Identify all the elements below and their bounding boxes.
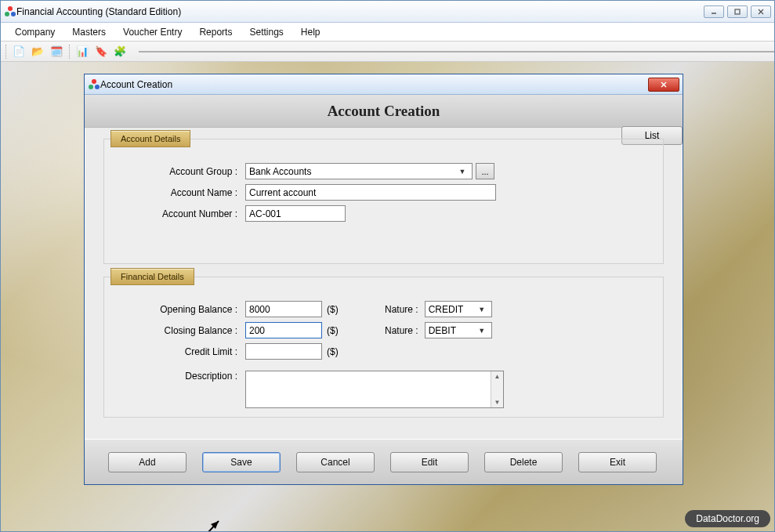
credit-limit-input[interactable]	[245, 343, 322, 360]
label-account-name: Account Name :	[120, 187, 245, 198]
currency-suffix-3: ($)	[327, 346, 339, 357]
svg-line-12	[198, 521, 219, 531]
close-button[interactable]	[751, 5, 771, 18]
add-button[interactable]: Add	[108, 452, 187, 472]
nature-closing-value: DEBIT	[429, 325, 456, 336]
menu-masters[interactable]: Masters	[72, 27, 106, 38]
menu-help[interactable]: Help	[301, 27, 321, 38]
textarea-scrollbar[interactable]: ▲▼	[491, 371, 503, 407]
account-creation-dialog: Account Creation Account Creation List A…	[84, 74, 683, 485]
label-description: Description :	[120, 371, 245, 382]
dialog-icon	[88, 78, 100, 91]
dialog-title: Account Creation	[100, 79, 172, 90]
toolbar: 📄 📂 🗓️ 📊 🔖 🧩	[1, 42, 774, 62]
dialog-header: Account Creation	[85, 95, 683, 128]
label-opening-balance: Opening Balance :	[120, 304, 245, 315]
svg-marker-13	[211, 521, 219, 529]
opening-balance-input[interactable]	[245, 301, 322, 317]
closing-balance-input[interactable]	[245, 322, 322, 338]
nature-closing-select[interactable]: DEBIT ▼	[425, 322, 492, 338]
svg-rect-4	[735, 9, 740, 14]
label-account-number: Account Number :	[120, 208, 245, 219]
svg-point-1	[5, 12, 9, 16]
app-icon	[4, 5, 16, 18]
label-closing-balance: Closing Balance :	[120, 325, 245, 336]
svg-point-2	[11, 12, 16, 16]
svg-point-9	[95, 85, 100, 89]
financial-details-fieldset: Financial Details Opening Balance : ($) …	[103, 277, 664, 418]
chevron-down-icon: ▼	[476, 327, 488, 335]
nature-opening-select[interactable]: CREDIT ▼	[425, 301, 492, 317]
menubar: Company Masters Voucher Entry Reports Se…	[1, 23, 774, 42]
watermark-badge: DataDoctor.org	[685, 510, 770, 527]
toolbar-new-icon[interactable]: 📄	[11, 44, 27, 60]
toolbar-options-icon[interactable]: 🧩	[112, 44, 128, 60]
toolbar-open-icon[interactable]: 📂	[30, 44, 45, 60]
menu-company[interactable]: Company	[15, 27, 55, 38]
currency-suffix-2: ($)	[327, 325, 339, 336]
menu-reports[interactable]: Reports	[199, 27, 232, 38]
label-credit-limit: Credit Limit :	[120, 346, 245, 357]
account-details-legend: Account Details	[110, 130, 190, 147]
main-titlebar[interactable]: Financial Accounting (Standard Edition)	[1, 1, 774, 23]
dialog-footer: Add Save Cancel Edit Delete Exit	[85, 439, 683, 484]
label-nature-1: Nature :	[370, 304, 425, 315]
currency-suffix-1: ($)	[327, 304, 339, 315]
description-textarea[interactable]: ▲▼	[245, 371, 504, 408]
account-group-select[interactable]: Bank Accounts ▼	[245, 163, 473, 179]
minimize-button[interactable]	[704, 5, 724, 18]
delete-button[interactable]: Delete	[484, 452, 563, 472]
window-title: Financial Accounting (Standard Edition)	[16, 6, 181, 17]
chevron-down-icon: ▼	[476, 306, 488, 313]
save-button[interactable]: Save	[202, 452, 281, 472]
exit-button[interactable]: Exit	[578, 452, 657, 472]
nature-opening-value: CREDIT	[429, 304, 464, 315]
svg-point-0	[8, 6, 13, 11]
account-group-browse-button[interactable]: ...	[476, 163, 494, 179]
menu-settings[interactable]: Settings	[249, 27, 283, 38]
financial-details-legend: Financial Details	[110, 268, 194, 285]
main-window: Financial Accounting (Standard Edition) …	[0, 0, 775, 532]
edit-button[interactable]: Edit	[390, 452, 469, 472]
account-name-input[interactable]	[245, 184, 496, 201]
svg-point-7	[92, 79, 96, 84]
maximize-button[interactable]	[727, 5, 748, 18]
svg-point-8	[89, 85, 93, 89]
label-account-group: Account Group :	[120, 166, 245, 177]
chevron-down-icon: ▼	[456, 168, 469, 176]
account-details-fieldset: Account Details Account Group : Bank Acc…	[103, 139, 664, 264]
annotation-arrow-icon	[195, 516, 225, 531]
account-number-input[interactable]	[245, 205, 346, 222]
label-nature-2: Nature :	[370, 325, 425, 336]
cancel-button[interactable]: Cancel	[296, 452, 375, 472]
toolbar-tag-icon[interactable]: 🔖	[93, 44, 109, 60]
dialog-body: List Account Details Account Group : Ban…	[85, 128, 683, 439]
mdi-workspace: Account Creation Account Creation List A…	[1, 62, 774, 531]
dialog-titlebar[interactable]: Account Creation	[85, 74, 683, 95]
toolbar-grid-icon[interactable]: 🗓️	[49, 44, 64, 60]
account-group-value: Bank Accounts	[249, 166, 311, 177]
menu-voucher-entry[interactable]: Voucher Entry	[123, 27, 182, 38]
dialog-close-button[interactable]	[648, 78, 679, 92]
toolbar-chart-icon[interactable]: 📊	[74, 44, 90, 60]
